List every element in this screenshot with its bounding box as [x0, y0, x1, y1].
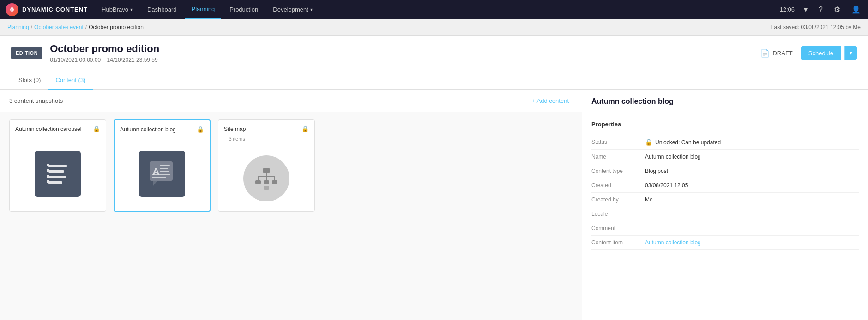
card-header-sitemap: Site map 🔒	[218, 120, 314, 136]
card-header-carousel: Autumn collection carousel 🔒	[10, 120, 106, 136]
main-layout: 3 content snapshots + Add content Autumn…	[0, 90, 868, 320]
breadcrumb-bar: Planning / October sales event / October…	[0, 19, 868, 36]
card-body-sitemap	[218, 145, 314, 211]
nav-help-btn[interactable]: ?	[817, 4, 825, 16]
card-sub-sitemap: ≡ 3 items	[218, 136, 314, 145]
svg-rect-12	[160, 168, 168, 169]
svg-rect-1	[48, 170, 64, 173]
card-lock-icon-blog: 🔒	[197, 126, 204, 133]
svg-rect-13	[160, 171, 169, 172]
nav-clock: 12:06	[780, 6, 795, 13]
breadcrumb: Planning / October sales event / October…	[7, 24, 144, 30]
svg-rect-5	[47, 169, 49, 172]
nav-item-hubbravo[interactable]: HubBravo ▾	[95, 0, 139, 19]
property-value-name: Autumn collection blog	[645, 154, 859, 160]
svg-rect-6	[47, 175, 49, 178]
content-card-sitemap[interactable]: Site map 🔒 ≡ 3 items	[218, 119, 315, 212]
property-label-content-type: Content type	[591, 168, 638, 174]
nav-chevron-btn[interactable]: ▾	[802, 3, 809, 16]
svg-rect-26	[264, 186, 269, 190]
nav-item-production[interactable]: Production	[223, 0, 265, 19]
property-value-content-item-link[interactable]: Autumn collection blog	[645, 239, 859, 246]
svg-rect-15	[152, 177, 166, 178]
breadcrumb-sep-2: /	[85, 24, 87, 30]
nav-user-btn[interactable]: 👤	[850, 3, 862, 16]
lock-open-icon: 🔓	[645, 139, 652, 146]
edition-badge: Edition	[11, 47, 42, 59]
nav-right-section: 12:06 ▾ ? ⚙ 👤	[780, 3, 862, 16]
card-image-sitemap	[243, 155, 289, 201]
layers-icon: ≡	[224, 136, 227, 142]
property-label-created: Created	[591, 182, 638, 189]
svg-rect-14	[152, 174, 170, 175]
property-label-status: Status	[591, 139, 638, 145]
brand-logo[interactable]: DYNAMIC CONTENT	[6, 3, 88, 16]
svg-rect-4	[47, 164, 49, 166]
card-image-carousel	[35, 151, 81, 197]
breadcrumb-sep-1: /	[31, 24, 32, 30]
svg-marker-16	[153, 181, 157, 186]
nav-item-development[interactable]: Development ▾	[266, 0, 319, 19]
tabs-bar: Slots (0) Content (3)	[0, 71, 868, 90]
property-row-status: Status 🔓 Unlocked: Can be updated	[591, 135, 859, 150]
card-header-blog: Autumn collection blog 🔒	[115, 120, 210, 136]
property-label-name: Name	[591, 154, 638, 160]
draft-doc-icon: 📄	[760, 49, 770, 58]
svg-rect-3	[48, 181, 62, 184]
card-title-blog: Autumn collection blog	[120, 126, 176, 133]
page-header-left: Edition October promo edition 01/10/2021…	[11, 43, 159, 63]
svg-rect-17	[263, 168, 270, 173]
card-body-carousel	[10, 136, 106, 211]
schedule-button[interactable]: Schedule	[801, 46, 841, 60]
page-header-right: 📄 DRAFT Schedule ▾	[756, 46, 857, 60]
tab-slots[interactable]: Slots (0)	[11, 71, 48, 90]
page-date-range: 01/10/2021 00:00:00 – 14/10/2021 23:59:5…	[50, 57, 159, 63]
nav-settings-btn[interactable]: ⚙	[832, 3, 842, 16]
nav-item-planning[interactable]: Planning	[185, 0, 222, 19]
last-saved-text: Last saved: 03/08/2021 12:05 by Me	[771, 24, 861, 30]
svg-rect-0	[48, 165, 67, 167]
svg-rect-7	[47, 180, 49, 183]
app-logo-icon	[6, 3, 18, 16]
add-content-button[interactable]: + Add content	[528, 95, 573, 106]
nav-item-dashboard[interactable]: Dashboard	[141, 0, 183, 19]
property-row-locale: Locale	[591, 207, 859, 221]
cards-grid: Autumn collection carousel 🔒	[0, 112, 582, 219]
card-title-carousel: Autumn collection carousel	[15, 126, 81, 132]
property-value-created: 03/08/2021 12:05	[645, 182, 859, 189]
app-brand-text: DYNAMIC CONTENT	[22, 6, 88, 13]
property-value-content-type: Blog post	[645, 168, 859, 174]
properties-heading: Properties	[591, 121, 859, 128]
property-value-status: 🔓 Unlocked: Can be updated	[645, 139, 721, 146]
card-image-blog: A	[139, 151, 185, 197]
svg-rect-23	[255, 180, 261, 184]
page-title: October promo edition	[50, 43, 159, 55]
property-row-content-type: Content type Blog post	[591, 164, 859, 178]
detail-panel: Autumn collection blog Properties Status…	[582, 90, 868, 320]
breadcrumb-current: October promo edition	[89, 24, 144, 30]
card-lock-icon-sitemap: 🔒	[301, 125, 309, 132]
svg-rect-24	[264, 180, 269, 184]
svg-text:A: A	[152, 166, 160, 178]
breadcrumb-planning[interactable]: Planning	[7, 24, 29, 30]
property-label-locale: Locale	[591, 211, 638, 217]
breadcrumb-october-sales[interactable]: October sales event	[34, 24, 84, 30]
property-row-comment: Comment	[591, 221, 859, 236]
property-value-created-by: Me	[645, 196, 859, 203]
content-card-carousel[interactable]: Autumn collection carousel 🔒	[9, 119, 106, 212]
top-navigation: DYNAMIC CONTENT HubBravo ▾ Dashboard Pla…	[0, 0, 868, 19]
schedule-dropdown-button[interactable]: ▾	[844, 46, 857, 60]
content-card-blog[interactable]: Autumn collection blog 🔒 A	[114, 119, 211, 212]
card-lock-icon-carousel: 🔒	[93, 125, 100, 132]
svg-rect-25	[272, 180, 277, 184]
draft-button[interactable]: 📄 DRAFT	[756, 46, 797, 60]
page-header: Edition October promo edition 01/10/2021…	[0, 36, 868, 71]
property-row-content-item: Content item Autumn collection blog	[591, 236, 859, 250]
development-chevron-icon: ▾	[310, 7, 313, 12]
hubbravo-chevron-icon: ▾	[130, 7, 133, 12]
property-row-created-by: Created by Me	[591, 193, 859, 207]
tab-content[interactable]: Content (3)	[48, 71, 93, 90]
card-title-sitemap: Site map	[224, 126, 246, 132]
page-title-block: October promo edition 01/10/2021 00:00:0…	[50, 43, 159, 63]
detail-panel-title: Autumn collection blog	[582, 90, 868, 113]
